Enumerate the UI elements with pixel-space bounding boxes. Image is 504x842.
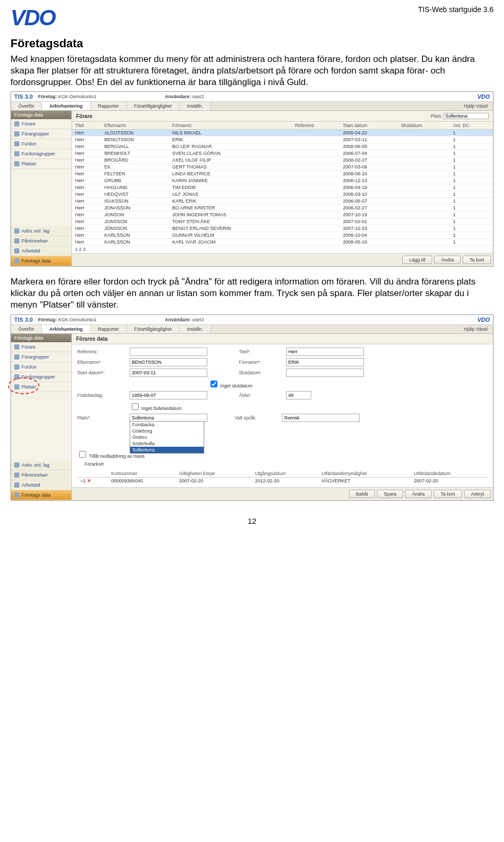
plats-select[interactable] bbox=[444, 113, 489, 119]
tab-rapporter[interactable]: Rapporter bbox=[91, 325, 127, 333]
table-row[interactable]: HerrFELTSENLINDA BEATRICE2008-06-101 bbox=[72, 171, 493, 177]
tab-overfor[interactable]: Överför bbox=[11, 325, 42, 333]
edit-button[interactable]: Ändra bbox=[434, 256, 460, 264]
sidebar-item-forare[interactable]: Förare bbox=[11, 119, 71, 129]
sidebar-bottom-foretag[interactable]: Företags data bbox=[11, 490, 71, 500]
table-row[interactable]: HerrISAKSSONKARL ERIK2006-05-071 bbox=[72, 198, 493, 205]
sidebar-item-forargrupper[interactable]: Förargrupper bbox=[11, 352, 71, 362]
col-header[interactable]: Ant. DC bbox=[450, 122, 493, 130]
efternamn-input[interactable] bbox=[130, 358, 207, 366]
tab-forartillg[interactable]: Förartillgänglighet bbox=[127, 102, 180, 110]
fodelse-input[interactable] bbox=[130, 391, 207, 399]
table-row[interactable]: HerrKARLSSONGUNNAR VILHELM2006-10-041 bbox=[72, 232, 493, 239]
table-row[interactable]: HerrJÖNSSONBENGT ERLAND SEVERIN2007-12-2… bbox=[72, 225, 493, 232]
tab-arkiv[interactable]: Arkivhantering bbox=[42, 102, 91, 110]
sidebar-bottom-arkiv[interactable]: Arkiv. enl. lag bbox=[11, 226, 71, 236]
x-icon: ✕ bbox=[87, 478, 91, 483]
table-row[interactable]: HerrGRUBBKARIN JANNIKE2006-12-131 bbox=[72, 177, 493, 184]
sidebar-bottom-paminn[interactable]: Påminnelser bbox=[11, 470, 71, 480]
col-header[interactable]: Förnamn: bbox=[169, 122, 292, 130]
tab-overfor[interactable]: Överför bbox=[11, 102, 42, 110]
table-row[interactable]: HerrALGOTSSONNILS MIKAEL2005-04-221 bbox=[72, 130, 493, 136]
table-row[interactable]: =1 ✕0000093690402007-02-202012-02-20VÄGV… bbox=[77, 477, 488, 484]
sidebar-item-label: Fordonsgrupper bbox=[22, 151, 55, 156]
col-header[interactable]: Titel bbox=[72, 122, 101, 130]
alder-label: Ålder: bbox=[239, 393, 286, 398]
titel-select[interactable] bbox=[286, 348, 364, 356]
sidebar-item-fordonsgrupper[interactable]: Fordonsgrupper bbox=[11, 149, 71, 159]
tab-installn[interactable]: Inställn. bbox=[180, 325, 211, 333]
table-row[interactable]: HerrJONSSONTONY STEN-ÅKE2007-02-011 bbox=[72, 218, 493, 225]
start-input[interactable] bbox=[130, 369, 207, 377]
table-row[interactable]: HerrKARLSSONKARL IVAR JOACIM2008-05-181 bbox=[72, 239, 493, 246]
sidebar-item-fordon[interactable]: Fordon bbox=[11, 139, 71, 149]
sidebar-item-label: Förargrupper bbox=[22, 131, 49, 136]
sidebar-bottom-arbetstid[interactable]: Arbetstid bbox=[11, 480, 71, 490]
referens-label: Referens: bbox=[77, 349, 130, 354]
slut-label: Slutdatum: bbox=[239, 370, 286, 375]
company-icon bbox=[14, 258, 19, 264]
edit-button[interactable]: Ändra bbox=[405, 490, 432, 498]
plats-option[interactable]: Göteborg bbox=[130, 428, 204, 434]
pager[interactable]: 1 2 3 bbox=[72, 246, 493, 253]
sidebar-bottom-arbetstid[interactable]: Arbetstid bbox=[11, 246, 71, 256]
sidebar-bottom-foretag[interactable]: Företags data bbox=[11, 256, 71, 266]
table-row[interactable]: HerrBENGTSSONERIK2007-03-111 bbox=[72, 136, 493, 143]
col-header[interactable]: Referens bbox=[292, 122, 340, 130]
paragraph-1: Med knappen företagsdata kommer du meny … bbox=[10, 54, 494, 88]
add-button[interactable]: Lägg till bbox=[402, 256, 432, 264]
fornamn-label: Förnamn*: bbox=[239, 360, 286, 365]
table-row[interactable]: HerrJONSONJOHN INGEMAR TOMAS2007-10-191 bbox=[72, 212, 493, 218]
save-button[interactable]: Spara bbox=[377, 490, 403, 498]
sidebar-item-label: Företags data bbox=[22, 492, 51, 498]
plats-dropdown-list: Forsbacka Göteborg Örebro Söderkulla Sol… bbox=[130, 421, 204, 454]
sidebar-item-platser[interactable]: Platser bbox=[11, 382, 71, 392]
tab-rapporter[interactable]: Rapporter bbox=[91, 102, 127, 110]
table-row[interactable]: HerrBERGVALLBO LEIF RAGNAR2008-06-051 bbox=[72, 143, 493, 150]
efternamn-label: Efternamn* bbox=[77, 360, 130, 365]
plats-option[interactable]: Söderkulla bbox=[130, 440, 204, 447]
plats-option[interactable]: Forsbacka bbox=[130, 422, 204, 428]
table-row[interactable]: HerrBROGÅRDAXEL OLOF FILIP2008-02-271 bbox=[72, 157, 493, 164]
vehicle-icon bbox=[14, 141, 19, 146]
tab-installn[interactable]: Inställn. bbox=[180, 102, 211, 110]
tab-forartillg[interactable]: Förartillgänglighet bbox=[127, 325, 180, 333]
delete-button[interactable]: Ta bort bbox=[434, 490, 462, 498]
nobirth-checkbox[interactable]: Inget födelsedatum bbox=[130, 402, 182, 412]
sidebar-item-forargrupper[interactable]: Förargrupper bbox=[11, 129, 71, 139]
plats-option[interactable]: Sollentuna bbox=[130, 447, 204, 453]
delete-button[interactable]: Ta bort bbox=[463, 256, 491, 264]
referens-input[interactable] bbox=[130, 348, 207, 356]
col-header[interactable]: Efternamn bbox=[101, 122, 169, 130]
sidebar-title: Företags data bbox=[11, 334, 71, 342]
slut-input[interactable] bbox=[286, 369, 364, 377]
cancel-button[interactable]: Avbryt bbox=[464, 490, 491, 498]
sidebar-item-fordon[interactable]: Fordon bbox=[11, 362, 71, 372]
noend-checkbox[interactable]: Inget slutdatum bbox=[208, 379, 253, 389]
tab-arkiv[interactable]: Arkivhantering bbox=[42, 325, 91, 333]
table-row[interactable]: HerrJONASSONBO ARNE KRISTER2006-02-271 bbox=[72, 205, 493, 212]
sidebar-item-forare[interactable]: Förare bbox=[11, 342, 71, 352]
col-header[interactable]: Slutdatum bbox=[398, 122, 450, 130]
col-header[interactable]: Start datum bbox=[340, 122, 397, 130]
sidebar-bottom-paminn[interactable]: Påminnelser bbox=[11, 236, 71, 246]
plats-option[interactable]: Örebro bbox=[130, 434, 204, 440]
person-icon bbox=[14, 121, 19, 127]
sidebar-item-label: Påminnelser bbox=[22, 472, 48, 478]
fornamn-input[interactable] bbox=[286, 358, 364, 366]
sidebar-item-platser[interactable]: Platser bbox=[11, 159, 71, 169]
alder-input[interactable] bbox=[286, 391, 311, 399]
table-row[interactable]: HerrEKGERT THOMAS2007-03-091 bbox=[72, 164, 493, 171]
table-row[interactable]: HerrBREMHOLTSVEN CLAES GÖRAN2006-07-041 bbox=[72, 150, 493, 157]
sidebar-bottom-arkiv[interactable]: Arkiv. enl. lag bbox=[11, 460, 71, 470]
sprak-select[interactable] bbox=[282, 414, 360, 422]
table-row[interactable]: HerrHEDQVISTULF JONAS2006-03-101 bbox=[72, 191, 493, 198]
help-links[interactable]: Hjälp Växel bbox=[458, 102, 493, 110]
table-row[interactable]: HerrHAGLUNDTIM EDDIE2006-04-191 bbox=[72, 184, 493, 191]
sidebar-item-label: Arbetstid bbox=[22, 248, 40, 254]
app-name: TIS 3.0 bbox=[14, 93, 33, 100]
col-header bbox=[77, 470, 108, 478]
back-button[interactable]: Bakåt bbox=[349, 490, 375, 498]
sidebar-item-label: Platser bbox=[22, 161, 36, 166]
help-links[interactable]: Hjälp Växel bbox=[458, 325, 493, 333]
